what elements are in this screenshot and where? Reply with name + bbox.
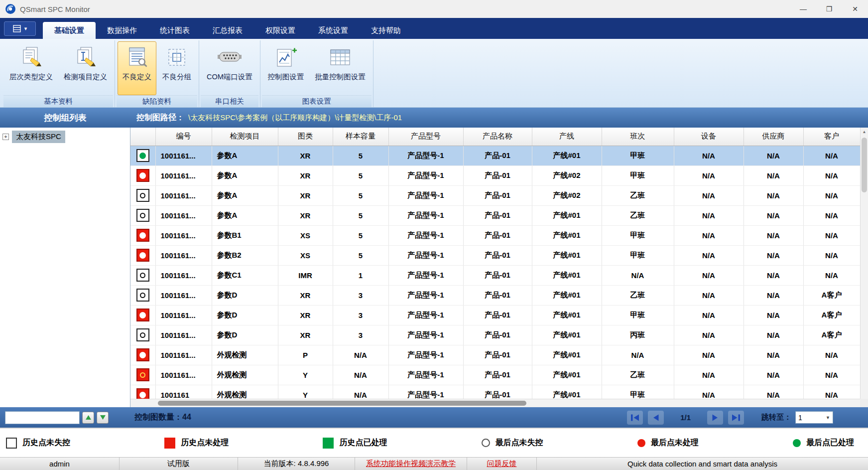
com-port-icon xyxy=(218,44,242,70)
table-cell: N/A xyxy=(674,265,744,285)
status-icon-white-square-black-ring xyxy=(136,269,149,282)
status-version: 当前版本: 4.8.4.996 xyxy=(238,458,355,470)
path-bar: 控制组列表 控制图路径： \太友科技SPC\参考案例（以工序顺序构建）\计量型检… xyxy=(0,108,868,128)
table-row[interactable]: 1001161...参数AXR5产品型号-1产品-01产线#02甲班N/AN/A… xyxy=(130,165,860,185)
table-cell: XR xyxy=(278,285,333,305)
ribbon-button-defect-definition[interactable]: 不良定义 xyxy=(118,41,156,95)
ribbon-button-com-port[interactable]: COM端口设置 xyxy=(202,41,257,95)
menu-tab-6[interactable]: 支持帮助 xyxy=(360,22,412,39)
column-header[interactable]: 班次 xyxy=(602,128,674,146)
table-cell: N/A xyxy=(803,165,860,185)
table-cell: 外观检测 xyxy=(212,345,278,365)
table-row[interactable]: 1001161...参数DXR3产品型号-1产品-01产线#01丙班N/AN/A… xyxy=(130,325,860,345)
table-row[interactable]: 1001161...参数B1XS5产品型号-1产品-01产线#01甲班N/AN/… xyxy=(130,225,860,245)
next-page-button[interactable] xyxy=(707,411,723,425)
table-row[interactable]: 1001161...参数DXR3产品型号-1产品-01产线#01乙班N/AN/A… xyxy=(130,285,860,305)
column-header[interactable]: 检测项目 xyxy=(212,128,278,146)
column-header[interactable]: 供应商 xyxy=(744,128,803,146)
column-header[interactable]: 产线 xyxy=(532,128,602,146)
status-cell xyxy=(130,165,155,185)
table-cell: 1001161... xyxy=(155,285,212,305)
menu-tab-4[interactable]: 权限设置 xyxy=(254,22,307,39)
horizontal-scroll-thumb[interactable] xyxy=(158,401,526,406)
table-cell: 1001161... xyxy=(155,146,212,165)
table-row[interactable]: 1001161...参数AXR5产品型号-1产品-01产线#01甲班N/AN/A… xyxy=(130,146,860,165)
column-header[interactable]: 样本容量 xyxy=(333,128,388,146)
status-edition: 试用版 xyxy=(120,458,238,470)
table-row[interactable]: 1001161...参数DXR3产品型号-1产品-01产线#01甲班N/AN/A… xyxy=(130,305,860,325)
feedback-link[interactable]: 问题反馈 xyxy=(467,458,537,470)
table-cell: 产品-01 xyxy=(463,325,532,345)
horizontal-scrollbar[interactable] xyxy=(130,399,860,407)
status-dot xyxy=(139,352,146,358)
table-cell: N/A xyxy=(674,225,744,245)
status-cell xyxy=(130,365,155,385)
table-cell: 1001161... xyxy=(155,245,212,265)
ribbon-button-inspection-item[interactable]: 检测项目定义 xyxy=(59,41,112,95)
batch-control-chart-icon xyxy=(328,44,352,70)
ribbon-group-buttons: 控制图设置批量控制图设置 xyxy=(262,40,372,95)
column-header[interactable]: 客户 xyxy=(803,128,860,146)
ribbon-button-batch-control-chart[interactable]: 批量控制图设置 xyxy=(310,41,371,95)
maximize-button[interactable]: ❐ xyxy=(816,0,842,18)
tree-item-root[interactable]: + 太友科技SPC xyxy=(0,129,130,144)
table-cell: XR xyxy=(278,325,333,345)
table-cell: 乙班 xyxy=(602,365,674,385)
inspection-item-icon xyxy=(74,44,98,70)
tree-expander-icon[interactable]: + xyxy=(2,134,9,140)
menu-tab-1[interactable]: 数据操作 xyxy=(96,22,148,39)
ribbon-button-defect-group[interactable]: 不良分组 xyxy=(157,41,196,95)
tree-search-input[interactable] xyxy=(5,411,80,424)
search-down-button[interactable] xyxy=(97,412,109,424)
vertical-scroll-thumb[interactable] xyxy=(862,138,867,192)
table-cell: 产线#01 xyxy=(532,205,602,225)
menu-tab-0[interactable]: 基础设置 xyxy=(43,22,96,39)
status-slogan: Quick data collection and smart data ana… xyxy=(537,458,868,470)
ribbon-button-control-chart[interactable]: 控制图设置 xyxy=(263,41,309,95)
menu-tab-5[interactable]: 系统设置 xyxy=(307,22,360,39)
first-page-button[interactable] xyxy=(627,411,643,425)
table-cell: N/A xyxy=(803,205,860,225)
menu-tab-3[interactable]: 汇总报表 xyxy=(201,22,254,39)
minimize-button[interactable]: — xyxy=(790,0,816,18)
table-cell: 甲班 xyxy=(602,165,674,185)
main-menu-button[interactable]: ▾ xyxy=(4,21,36,36)
vertical-scrollbar[interactable]: ▲ xyxy=(860,128,868,399)
column-header[interactable]: 产品型号 xyxy=(388,128,463,146)
table-row[interactable]: 1001161...参数AXR5产品型号-1产品-01产线#01乙班N/AN/A… xyxy=(130,205,860,225)
table-row[interactable]: 1001161...外观检测YN/A产品型号-1产品-01产线#01乙班N/AN… xyxy=(130,365,860,385)
scroll-up-icon[interactable]: ▲ xyxy=(861,128,868,136)
table-cell: XR xyxy=(278,205,333,225)
control-chart-table: 编号检测项目图类样本容量产品型号产品名称产线班次设备供应商客户 1001161.… xyxy=(130,128,861,405)
table-cell: XR xyxy=(278,305,333,325)
search-up-button[interactable] xyxy=(82,412,94,424)
column-header[interactable]: 产品名称 xyxy=(463,128,532,146)
table-cell: N/A xyxy=(744,325,803,345)
table-cell: N/A xyxy=(674,205,744,225)
app-logo-icon xyxy=(5,3,16,14)
table-row[interactable]: 1001161...参数B2XS5产品型号-1产品-01产线#01甲班N/AN/… xyxy=(130,245,860,265)
last-page-button[interactable] xyxy=(728,411,744,425)
table-row[interactable]: 1001161...参数AXR5产品型号-1产品-01产线#02乙班N/AN/A… xyxy=(130,185,860,205)
previous-page-button[interactable] xyxy=(648,411,664,425)
tree-root-label[interactable]: 太友科技SPC xyxy=(12,131,65,143)
jump-to-select[interactable]: 1 ▼ xyxy=(795,411,833,424)
menu-tab-2[interactable]: 统计图表 xyxy=(148,22,201,39)
window-title: QSmart SPC Monitor xyxy=(20,5,90,13)
table-cell: 产品-01 xyxy=(463,185,532,205)
table-cell: 产品型号-1 xyxy=(388,185,463,205)
control-group-tree-panel: + 太友科技SPC xyxy=(0,128,130,407)
close-button[interactable]: ✕ xyxy=(842,0,868,18)
column-header-status[interactable] xyxy=(130,128,155,146)
column-header[interactable]: 图类 xyxy=(278,128,333,146)
table-row[interactable]: 1001161...外观检测PN/A产品型号-1产品-01产线#01N/AN/A… xyxy=(130,345,860,365)
video-tutorial-link[interactable]: 系统功能操作视频演示教学 xyxy=(355,458,467,470)
column-header[interactable]: 编号 xyxy=(155,128,212,146)
chart-count-label: 控制图数量：44 xyxy=(134,412,191,423)
ribbon-button-hierarchy-type[interactable]: 层次类型定义 xyxy=(4,41,58,95)
title-bar: QSmart SPC Monitor — ❐ ✕ xyxy=(0,0,868,18)
column-header[interactable]: 设备 xyxy=(674,128,744,146)
table-cell: 产线#01 xyxy=(532,285,602,305)
table-row[interactable]: 1001161...参数C1IMR1产品型号-1产品-01产线#01N/AN/A… xyxy=(130,265,860,285)
table-cell: 5 xyxy=(333,146,388,165)
